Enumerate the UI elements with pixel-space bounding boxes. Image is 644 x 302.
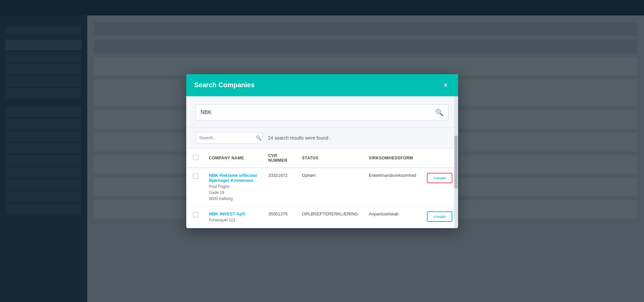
row-2-virksomhedsform: Anpartsselskab bbox=[363, 206, 422, 228]
row-1-checkbox[interactable] bbox=[193, 173, 198, 179]
row-2-status: OPLØSEFTERERKLÆRING bbox=[297, 206, 363, 228]
main-search-input[interactable] bbox=[201, 109, 435, 115]
modal-scroll-area: 🔍 🔍 24 search results were found . bbox=[186, 96, 458, 228]
modal-body: 🔍 🔍 24 search results were found . bbox=[186, 96, 458, 228]
main-search-area: 🔍 bbox=[186, 96, 458, 128]
row-1-cvr: 33321872 bbox=[263, 168, 297, 207]
search-companies-modal: Search Companies × 🔍 🔍 bbox=[186, 74, 458, 228]
filter-search-input[interactable] bbox=[199, 135, 256, 140]
row-2-action-cell: create bbox=[422, 206, 458, 228]
results-count-text: 24 search results were found . bbox=[268, 135, 331, 141]
col-cvr: CVR NUMMER bbox=[263, 149, 297, 168]
table-row: NBK-Reklame v/Nicolai Bjørnager Kristens… bbox=[186, 168, 458, 207]
row-1-virksomhedsform: Enkeltmandsvirksomhed bbox=[363, 168, 422, 207]
col-status: STATUS bbox=[297, 149, 363, 168]
row-1-company-link[interactable]: NBK-Reklame v/Nicolai Bjørnager Kristens… bbox=[209, 173, 258, 183]
row-2-company-link[interactable]: NBK INVEST ApS bbox=[209, 211, 258, 216]
row-2-checkbox[interactable] bbox=[193, 212, 198, 217]
modal-title: Search Companies bbox=[194, 81, 255, 89]
col-company-name: COMPANY NAME bbox=[204, 149, 263, 168]
filter-bar: 🔍 24 search results were found . bbox=[186, 128, 458, 149]
row-1-address: Poul PaghsGade 189000 Aalborg bbox=[209, 184, 258, 202]
results-table-wrapper: COMPANY NAME CVR NUMMER STATUS VIRKSOMHE… bbox=[186, 149, 458, 228]
modal-close-button[interactable]: × bbox=[442, 81, 450, 90]
row-2-create-button[interactable]: create bbox=[427, 211, 452, 222]
col-checkbox bbox=[186, 149, 204, 168]
row-checkbox-cell bbox=[186, 168, 204, 207]
row-checkbox-cell bbox=[186, 206, 204, 228]
scrollbar-track[interactable] bbox=[454, 96, 458, 228]
modal-overlay: Search Companies × 🔍 🔍 bbox=[0, 0, 644, 302]
scrollbar-thumb[interactable] bbox=[454, 136, 458, 188]
row-2-address: Fchierquei 101 bbox=[209, 217, 258, 223]
filter-search-box: 🔍 bbox=[196, 132, 263, 144]
row-1-create-button[interactable]: create bbox=[427, 173, 452, 183]
row-1-action-cell: create bbox=[422, 168, 458, 207]
row-2-company-cell: NBK INVEST ApS Fchierquei 101 bbox=[204, 206, 263, 228]
header-checkbox[interactable] bbox=[193, 155, 198, 160]
results-table: COMPANY NAME CVR NUMMER STATUS VIRKSOMHE… bbox=[186, 149, 458, 228]
col-virksomhedsform: VIRKSOMHEDSFORM bbox=[363, 149, 422, 168]
row-1-status: Ophørt bbox=[297, 168, 363, 207]
row-2-cvr: 35051376 bbox=[263, 206, 297, 228]
col-action bbox=[422, 149, 458, 168]
main-search-box: 🔍 bbox=[196, 104, 449, 120]
filter-search-icon: 🔍 bbox=[256, 135, 261, 141]
main-search-icon: 🔍 bbox=[435, 108, 444, 116]
modal-header: Search Companies × bbox=[186, 74, 458, 96]
row-1-company-cell: NBK-Reklame v/Nicolai Bjørnager Kristens… bbox=[204, 168, 263, 207]
table-row: NBK INVEST ApS Fchierquei 101 35051376 O… bbox=[186, 206, 458, 228]
table-header-row: COMPANY NAME CVR NUMMER STATUS VIRKSOMHE… bbox=[186, 149, 458, 168]
